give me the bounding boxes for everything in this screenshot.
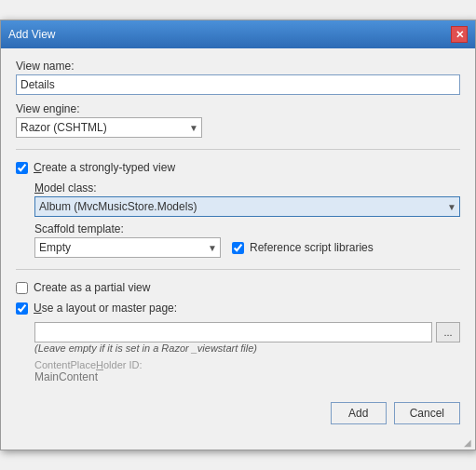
browse-button[interactable]: ... <box>436 322 460 342</box>
close-button[interactable]: ✕ <box>451 26 468 43</box>
add-button[interactable]: Add <box>331 402 387 424</box>
view-name-label: View name: <box>16 60 460 73</box>
title-bar: Add View ✕ <box>1 20 475 48</box>
layout-path-section: ... (Leave empty if it is set in a Razor… <box>34 322 460 383</box>
layout-hint-text: (Leave empty if it is set in a Razor _vi… <box>34 342 460 354</box>
partial-view-checkbox[interactable] <box>16 282 28 294</box>
content-placeholder-section: ContentPlaceHolder ID: MainContent <box>34 359 460 383</box>
divider-2 <box>16 269 460 270</box>
divider-1 <box>16 149 460 150</box>
reference-scripts-label-text: Reference script libraries <box>250 241 374 254</box>
view-engine-section: View engine: Razor (CSHTML) ASPX Razor (… <box>16 102 460 138</box>
scaffold-select-wrapper: Empty Create Delete Details Edit List ▼ <box>34 237 221 258</box>
layout-path-input[interactable] <box>34 322 432 342</box>
cancel-button[interactable]: Cancel <box>394 402 460 424</box>
layout-path-row: ... <box>34 322 460 342</box>
reference-scripts-row: Reference script libraries <box>232 241 374 254</box>
use-layout-checkbox[interactable] <box>16 302 28 315</box>
model-class-label: Model class: <box>34 181 460 195</box>
dialog-title: Add View <box>8 28 55 41</box>
resize-icon: ◢ <box>464 437 471 448</box>
content-placeholder-value: MainContent <box>34 370 460 383</box>
use-layout-row: Use a layout or master page: <box>16 302 460 315</box>
strongly-typed-section: Model class: Album (MvcMusicStore.Models… <box>34 181 460 258</box>
scaffold-template-section: Scaffold template: Empty Create Delete D… <box>34 222 221 258</box>
partial-view-label-text: Create as a partial view <box>34 281 150 294</box>
content-placeholder-label-text: ContentPlaceHolder ID: <box>34 359 143 370</box>
reference-scripts-checkbox[interactable] <box>232 242 244 254</box>
partial-view-label: Create as a partial view <box>34 281 150 294</box>
resize-handle[interactable]: ◢ <box>1 436 475 450</box>
strongly-typed-checkbox[interactable] <box>16 162 28 174</box>
view-engine-label: View engine: <box>16 102 460 115</box>
strongly-typed-label-text: Create a strongly-typed view <box>34 161 175 174</box>
scaffold-row: Scaffold template: Empty Create Delete D… <box>34 222 460 258</box>
view-name-input[interactable] <box>16 74 460 95</box>
model-class-select[interactable]: Album (MvcMusicStore.Models) <box>34 196 460 217</box>
view-name-section: View name: <box>16 60 460 95</box>
content-placeholder-label: ContentPlaceHolder ID: <box>34 359 460 370</box>
add-view-dialog: Add View ✕ View name: View engine: Razor… <box>0 20 476 450</box>
strongly-typed-row: Create a strongly-typed view <box>16 161 460 174</box>
view-engine-select[interactable]: Razor (CSHTML) ASPX Razor (VBHTML) <box>16 117 202 138</box>
partial-view-row: Create as a partial view <box>16 281 460 294</box>
use-layout-label-text: Use a layout or master page: <box>34 302 177 315</box>
use-layout-label: Use a layout or master page: <box>34 302 177 315</box>
dialog-content: View name: View engine: Razor (CSHTML) A… <box>1 48 475 395</box>
strongly-typed-label: Create a strongly-typed view <box>34 161 175 174</box>
scaffold-template-label: Scaffold template: <box>34 222 221 235</box>
reference-scripts-label: Reference script libraries <box>250 241 374 254</box>
view-engine-select-wrapper: Razor (CSHTML) ASPX Razor (VBHTML) ▼ <box>16 117 202 138</box>
model-class-select-wrapper: Album (MvcMusicStore.Models) ▼ <box>34 196 460 217</box>
scaffold-template-select[interactable]: Empty Create Delete Details Edit List <box>34 237 221 258</box>
model-class-section: Model class: Album (MvcMusicStore.Models… <box>34 181 460 217</box>
dialog-buttons: Add Cancel <box>1 395 475 436</box>
